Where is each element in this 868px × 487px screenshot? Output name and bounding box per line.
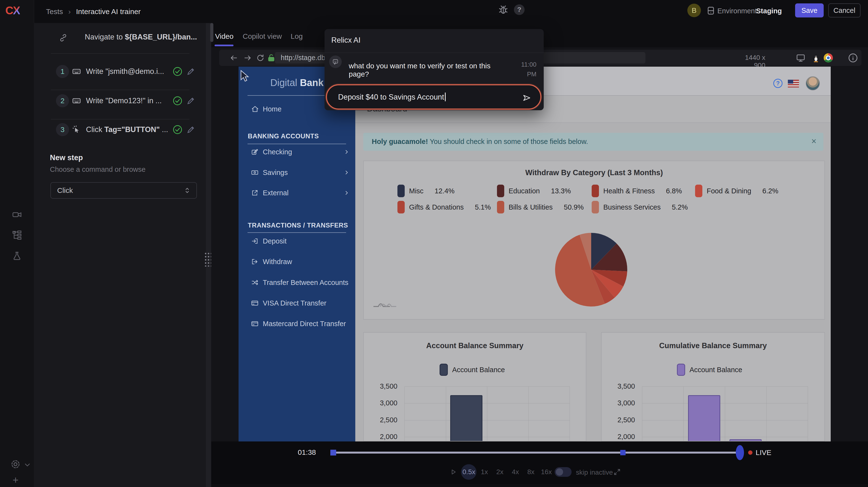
- save-button[interactable]: Save: [795, 3, 824, 18]
- tab-copilot-view[interactable]: Copilot view: [243, 31, 282, 42]
- bank-nav-label: Checking: [263, 148, 292, 156]
- pie-chart-title: Withdraw By Category (Last 3 Months): [364, 169, 825, 177]
- bank-section-title: BANKING ACCOUNTS: [248, 132, 319, 140]
- forward-icon[interactable]: [243, 54, 252, 62]
- refresh-icon[interactable]: [256, 54, 265, 62]
- edit-pencil-icon[interactable]: [186, 67, 195, 76]
- signout-icon: [251, 258, 258, 265]
- speed-0.5x[interactable]: 0.5x: [463, 468, 475, 476]
- bank-nav-deposit[interactable]: Deposit: [239, 234, 355, 248]
- y-axis-label: 2,000: [609, 433, 635, 441]
- step-row[interactable]: 2Write "Demo123!" in ...: [34, 92, 206, 109]
- toggle-knob: [556, 468, 563, 476]
- gridline: [642, 387, 642, 442]
- bug-icon[interactable]: [498, 4, 508, 15]
- live-dot-icon: [748, 450, 752, 455]
- bank-nav-external[interactable]: External: [239, 186, 355, 200]
- live-label[interactable]: LIVE: [755, 449, 771, 457]
- bank-nav-withdraw[interactable]: Withdraw: [239, 254, 355, 269]
- playhead[interactable]: [736, 445, 744, 460]
- bar: [688, 395, 720, 442]
- legend-value: 6.2%: [763, 187, 778, 195]
- panel-resize-handle[interactable]: [206, 23, 211, 487]
- legend-swatch: [677, 364, 685, 376]
- monitor-icon[interactable]: [796, 53, 805, 62]
- bank-avatar[interactable]: [806, 76, 820, 90]
- y-axis-label: 3,000: [371, 399, 397, 407]
- step-row[interactable]: 3Click Tag="BUTTON" ...: [34, 121, 206, 138]
- bank-sidebar: Digital Bank Home BANKING ACCOUNTSChecki…: [239, 67, 355, 442]
- check-circle-icon[interactable]: [173, 125, 183, 135]
- bank-nav-visa-direct-transfer[interactable]: VISA Direct Transfer: [239, 296, 355, 310]
- environment-value[interactable]: Staging: [756, 6, 782, 16]
- add-button[interactable]: +: [12, 475, 19, 486]
- keyboard-icon: [72, 67, 81, 76]
- legend-label: Bills & Utilities: [508, 203, 553, 211]
- tab-log[interactable]: Log: [290, 31, 303, 42]
- timeline-track[interactable]: [331, 452, 742, 454]
- app-logo[interactable]: CX: [5, 4, 20, 17]
- speed-8x[interactable]: 8x: [527, 468, 534, 476]
- command-select[interactable]: Click: [51, 182, 197, 199]
- steps-panel: Navigate to ${BASE_URL}/ban... 1Write "j…: [34, 23, 206, 487]
- timeline-start-marker[interactable]: [330, 450, 336, 456]
- gridline: [766, 387, 767, 442]
- video-camera-icon[interactable]: [0, 210, 34, 219]
- play-icon[interactable]: [450, 468, 457, 476]
- breadcrumb-tests[interactable]: Tests: [46, 7, 63, 16]
- bank-nav-label: Deposit: [263, 237, 286, 245]
- legend-swatch: [497, 201, 504, 213]
- gridline: [487, 387, 487, 442]
- chevron-down-icon[interactable]: [23, 461, 31, 469]
- dialog-title: Relicx AI: [331, 36, 361, 44]
- info-icon[interactable]: [848, 53, 858, 63]
- help-icon[interactable]: ?: [514, 4, 525, 15]
- cursor-click-icon: [72, 125, 81, 134]
- edit-pencil-icon[interactable]: [186, 125, 195, 134]
- ai-prompt-input[interactable]: Deposit $40 to Savings Account: [326, 84, 541, 110]
- send-icon[interactable]: [522, 93, 531, 102]
- mouse-cursor-icon: [240, 70, 251, 83]
- check-circle-icon[interactable]: [173, 66, 183, 77]
- flask-icon[interactable]: [0, 251, 34, 261]
- bank-nav-mastercard-direct-transfer[interactable]: Mastercard Direct Transfer: [239, 316, 355, 331]
- settings-gear-icon[interactable]: [10, 459, 21, 469]
- keyboard-icon: [72, 96, 81, 105]
- edit-pencil-icon[interactable]: [186, 96, 195, 105]
- tab-video[interactable]: Video: [215, 31, 234, 42]
- legend-label: Food & Dining: [707, 187, 751, 195]
- bank-nav-savings[interactable]: Savings: [239, 165, 355, 180]
- y-axis-label: 3,500: [609, 382, 635, 390]
- check-circle-icon[interactable]: [173, 96, 183, 106]
- step-navigate[interactable]: Navigate to ${BASE_URL}/ban...: [34, 29, 206, 46]
- speed-4x[interactable]: 4x: [512, 468, 519, 476]
- fullscreen-icon[interactable]: [613, 468, 621, 476]
- signin-icon: [251, 238, 258, 245]
- bank-page: Digital Bank Home BANKING ACCOUNTSChecki…: [239, 67, 831, 442]
- legend-label: Misc: [409, 187, 424, 195]
- speed-1x[interactable]: 1x: [481, 468, 488, 476]
- bank-help-icon[interactable]: ?: [773, 79, 782, 88]
- pie-legend-item: Health & Fitness6.8%: [592, 185, 682, 197]
- scrollbar-thumb[interactable]: [210, 23, 213, 42]
- legend-value: 50.9%: [564, 203, 584, 211]
- gridline: [808, 387, 808, 442]
- back-icon[interactable]: [229, 54, 238, 62]
- pie-legend-item: Misc12.4%: [397, 185, 455, 197]
- skip-inactive-toggle[interactable]: [555, 467, 571, 477]
- relicx-ai-dialog: Relicx AI what do you want me to verify …: [324, 29, 544, 110]
- bank-nav-transfer-between-accounts[interactable]: Transfer Between Accounts: [239, 275, 355, 290]
- chevron-right-icon: [343, 189, 350, 196]
- flow-tree-icon[interactable]: [0, 230, 34, 240]
- new-step-subtitle: Choose a command or browse: [50, 165, 146, 174]
- avatar[interactable]: B: [687, 4, 701, 17]
- bank-nav-checking[interactable]: Checking: [239, 145, 355, 159]
- cancel-button[interactable]: Cancel: [828, 3, 861, 18]
- alert-close-icon[interactable]: ×: [811, 136, 816, 146]
- us-flag-icon[interactable]: [788, 80, 799, 88]
- speed-2x[interactable]: 2x: [496, 468, 503, 476]
- step-row[interactable]: 1Write "jsmith@demo.i...: [34, 63, 206, 80]
- timeline-marker[interactable]: [620, 450, 626, 455]
- speed-16x[interactable]: 16x: [541, 468, 552, 476]
- bank-alert-text: Holy guacamole! You should check in on s…: [372, 138, 588, 146]
